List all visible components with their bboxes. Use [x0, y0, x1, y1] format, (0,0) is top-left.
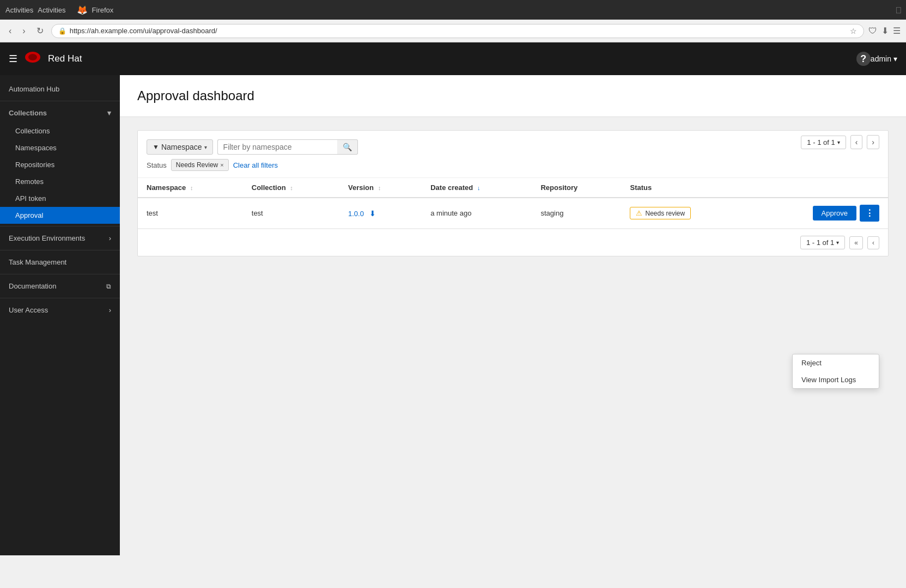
pagination-bottom-prev-button[interactable]: ‹: [867, 236, 879, 249]
user-access-caret-icon: ›: [109, 306, 111, 314]
sidebar-item-namespaces[interactable]: Namespaces: [0, 139, 120, 156]
col-repository-label: Repository: [540, 183, 577, 192]
status-badge-icon: ⚠: [636, 209, 642, 217]
filter-and-pagination-row: ▼ Namespace ▾ 🔍: [138, 131, 888, 178]
col-collection-label: Collection: [252, 183, 286, 192]
date-created-value: a minute ago: [430, 209, 471, 217]
firefox-label: Firefox: [92, 6, 114, 14]
approvals-table: Namespace ↕ Collection ↕ Version ↕: [138, 178, 888, 229]
sidebar-item-automation-hub[interactable]: Automation Hub: [0, 79, 120, 99]
pagination-top-prev-button[interactable]: ‹: [850, 135, 863, 149]
sidebar-collections-items: Collections Namespaces Repositories Remo…: [0, 122, 120, 224]
menu-icon: ☰: [893, 26, 901, 36]
search-icon: 🔍: [343, 143, 352, 151]
cell-version: 1.0.0 ⬇: [339, 198, 422, 229]
col-collection-sort-icon[interactable]: ↕: [290, 185, 293, 191]
collection-value: test: [252, 209, 263, 217]
app-topbar-right: ? admin ▾: [120, 42, 906, 75]
cell-actions: Approve ⋮: [750, 198, 888, 229]
filter-chips-row: Status Needs Review × Clear all filters: [147, 159, 358, 171]
sidebar-item-task-management[interactable]: Task Management: [0, 253, 120, 272]
sidebar: ☰ Red Hat Automation Hub Collections ▾: [0, 42, 120, 555]
col-namespace: Namespace ↕: [138, 178, 243, 198]
window-controls: ⎕: [896, 5, 901, 14]
approve-button[interactable]: Approve: [813, 206, 856, 220]
sidebar-item-remotes[interactable]: Remotes: [0, 173, 120, 190]
col-status-label: Status: [630, 183, 652, 192]
sidebar-item-api-token[interactable]: API token: [0, 190, 120, 207]
bookmark-icon: ☆: [850, 27, 857, 35]
filter-input[interactable]: [217, 139, 337, 155]
reload-button[interactable]: ↻: [33, 23, 47, 38]
chips-label: Status: [147, 161, 167, 169]
needs-review-chip: Needs Review ×: [171, 159, 229, 171]
address-bar[interactable]: 🔒 https://ah.example.com/ui/approval-das…: [51, 24, 864, 38]
sidebar-item-collections[interactable]: Collections: [0, 122, 120, 139]
hamburger-icon[interactable]: ☰: [9, 53, 17, 65]
forward-button[interactable]: ›: [19, 24, 28, 38]
col-date-created: Date created ↓: [422, 178, 532, 198]
pagination-top-next-button[interactable]: ›: [867, 135, 879, 149]
view-import-logs-menu-item[interactable]: View Import Logs: [793, 371, 879, 388]
status-badge: ⚠ Needs review: [630, 207, 691, 219]
namespace-dropdown-label: Namespace: [161, 143, 202, 151]
activities-text: Activities: [38, 6, 65, 14]
reject-menu-item[interactable]: Reject: [793, 354, 879, 371]
filter-search-button[interactable]: 🔍: [337, 139, 358, 155]
bottom-pagination-row: 1 - 1 of 1 ▾ « ‹: [138, 229, 888, 256]
pagination-bottom-info[interactable]: 1 - 1 of 1 ▾: [800, 236, 845, 249]
col-date-created-label: Date created: [430, 183, 473, 192]
svg-point-1: [28, 54, 37, 60]
chip-close-button[interactable]: ×: [220, 162, 223, 168]
browser-titlebar: Activities Activities 🦊 Firefox ⎕: [0, 0, 906, 20]
col-namespace-sort-icon[interactable]: ↕: [190, 185, 193, 191]
filter-icon: ▼: [153, 143, 159, 151]
col-date-created-sort-icon[interactable]: ↓: [477, 185, 481, 191]
help-icon[interactable]: ?: [856, 52, 871, 66]
back-button[interactable]: ‹: [5, 24, 15, 38]
activities-label: Activities: [5, 6, 33, 14]
cell-date-created: a minute ago: [422, 198, 532, 229]
firefox-icon: 🦊: [77, 5, 88, 15]
kebab-menu-button[interactable]: ⋮: [860, 205, 879, 222]
col-version-sort-icon[interactable]: ↕: [378, 185, 381, 191]
sidebar-item-user-access[interactable]: User Access ›: [0, 301, 120, 320]
kebab-dropdown-menu: Reject View Import Logs: [792, 354, 879, 389]
main-content: Approval dashboard ▼ Namespace: [120, 75, 906, 555]
shield-icon: 🛡: [868, 26, 877, 36]
col-repository: Repository: [532, 178, 621, 198]
table-header-row: Namespace ↕ Collection ↕ Version ↕: [138, 178, 888, 198]
download-toolbar-icon: ⬇: [881, 26, 889, 36]
pagination-top-info[interactable]: 1 - 1 of 1 ▾: [801, 136, 846, 149]
pagination-bottom-first-button[interactable]: «: [849, 236, 863, 249]
col-collection: Collection ↕: [243, 178, 339, 198]
col-version-label: Version: [348, 183, 374, 192]
execution-environments-caret-icon: ›: [109, 234, 111, 242]
version-link[interactable]: 1.0.0: [348, 210, 364, 218]
user-menu[interactable]: admin ▾: [871, 54, 897, 63]
page-header: Approval dashboard: [120, 75, 906, 117]
pagination-bottom-caret-icon: ▾: [836, 240, 839, 246]
content-area: ▼ Namespace ▾ 🔍: [120, 117, 906, 270]
sidebar-item-repositories[interactable]: Repositories: [0, 156, 120, 173]
download-icon[interactable]: ⬇: [369, 209, 376, 218]
topbar-logo-text: Red Hat: [48, 53, 82, 64]
sidebar-item-execution-environments[interactable]: Execution Environments ›: [0, 229, 120, 248]
page-title: Approval dashboard: [137, 88, 889, 103]
collections-caret-icon: ▾: [107, 109, 111, 117]
status-badge-label: Needs review: [645, 210, 685, 217]
url-text: https://ah.example.com/ui/approval-dashb…: [70, 27, 847, 35]
sidebar-item-documentation[interactable]: Documentation ⧉: [0, 277, 120, 296]
pagination-bottom-text: 1 - 1 of 1: [806, 238, 834, 247]
user-caret-icon: ▾: [893, 54, 897, 63]
documentation-external-icon: ⧉: [106, 283, 111, 290]
namespace-filter-dropdown[interactable]: ▼ Namespace ▾: [147, 139, 213, 155]
sidebar-item-approval[interactable]: Approval: [0, 207, 120, 224]
app-topbar: ☰ Red Hat: [0, 42, 120, 75]
table-row: test test 1.0.0 ⬇ a minute: [138, 198, 888, 229]
col-version: Version ↕: [339, 178, 422, 198]
repository-value: staging: [540, 209, 563, 217]
clear-all-filters-link[interactable]: Clear all filters: [233, 161, 278, 169]
col-actions: [750, 178, 888, 198]
sidebar-collections-header[interactable]: Collections ▾: [0, 103, 120, 122]
